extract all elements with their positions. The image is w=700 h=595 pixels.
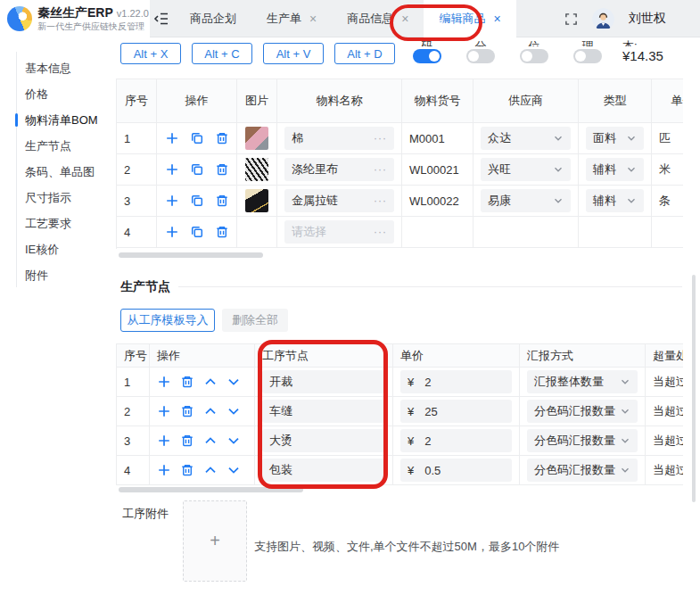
delete-row-icon[interactable] — [180, 375, 194, 389]
close-tab-icon[interactable]: × — [401, 12, 408, 25]
move-down-row-icon[interactable] — [226, 404, 241, 418]
report-mode-select[interactable]: 分色码汇报数量 — [527, 459, 638, 482]
shortcut-button-1[interactable]: Alt + X — [120, 43, 181, 64]
overage-handling-cell: 当超过 — [646, 397, 683, 426]
delete-row-icon[interactable] — [215, 225, 229, 239]
report-mode-select-value: 分色码汇报数量 — [534, 403, 615, 419]
fullscreen-icon[interactable] — [564, 12, 578, 26]
horizontal-scrollbar-thumb-process[interactable] — [119, 487, 303, 492]
report-mode-select[interactable]: 汇报整体数量 — [527, 370, 638, 393]
add-row-icon[interactable] — [157, 375, 171, 389]
ellipsis-icon[interactable]: ··· — [374, 163, 387, 176]
bom-table-body: 1棉···M0001众达面料匹2涤纶里布···WL00021兴旺辅料米3金属拉链… — [117, 123, 683, 248]
move-down-row-icon[interactable] — [226, 434, 241, 448]
material-image-cotton — [245, 127, 268, 150]
material-name-input[interactable]: 请选择··· — [284, 220, 394, 244]
close-tab-icon[interactable]: × — [309, 12, 317, 25]
copy-row-icon[interactable] — [190, 162, 204, 177]
ellipsis-icon[interactable]: ··· — [374, 226, 387, 238]
bom-row-supplier-cell: 众达 — [474, 123, 579, 154]
material-name-input[interactable]: 棉··· — [284, 127, 394, 150]
toggle-switch-3[interactable] — [520, 49, 548, 63]
move-up-row-icon[interactable] — [203, 404, 218, 418]
delete-row-icon[interactable] — [180, 463, 194, 477]
sidebar-item-ie-costing[interactable]: IE核价 — [25, 236, 114, 262]
toggle-switch-4[interactable] — [573, 49, 602, 63]
bom-column-header: 单位 — [652, 79, 683, 123]
sidebar-item-bom[interactable]: 物料清单BOM — [25, 107, 114, 133]
move-up-row-icon[interactable] — [203, 434, 218, 448]
move-up-row-icon[interactable] — [203, 463, 218, 477]
material-name-input[interactable]: 金属拉链··· — [284, 189, 394, 212]
report-mode-select[interactable]: 分色码汇报数量 — [527, 429, 638, 452]
unit-price-cell: ¥2 — [393, 426, 520, 456]
unit-price-input[interactable]: ¥0.5 — [400, 459, 512, 482]
sidebar-item-barcode-item-images[interactable]: 条码、单品图 — [25, 159, 114, 185]
tab-product-planning[interactable]: 商品企划 — [175, 0, 251, 37]
supplier-select[interactable]: 众达 — [481, 127, 571, 150]
process-node-input[interactable]: 开裁 — [262, 370, 385, 393]
delete-row-icon[interactable] — [180, 404, 194, 418]
shortcut-button-4[interactable]: Alt + D — [334, 43, 395, 64]
add-row-icon[interactable] — [165, 225, 179, 239]
report-mode-select[interactable]: 分色码汇报数量 — [527, 400, 638, 423]
sidebar-item-attachments[interactable]: 附件 — [25, 262, 114, 288]
sidebar-item-size-guide[interactable]: 尺寸指示 — [25, 185, 114, 211]
user-name[interactable]: 刘世权 — [629, 11, 666, 27]
delete-row-icon[interactable] — [215, 162, 229, 177]
sidebar-item-basic-info[interactable]: 基本信息 — [25, 55, 114, 81]
import-from-template-button[interactable]: 从工序模板导入 — [120, 309, 215, 332]
ellipsis-icon[interactable]: ··· — [374, 194, 387, 207]
delete-row-icon[interactable] — [180, 434, 194, 448]
sidebar-collapse-icon[interactable] — [153, 12, 169, 26]
move-down-row-icon[interactable] — [226, 463, 241, 477]
unit-price-input[interactable]: ¥2 — [400, 370, 512, 393]
process-node-input[interactable]: 包装 — [262, 459, 385, 482]
sidebar-item-production-node[interactable]: 生产节点 — [25, 133, 114, 159]
type-select[interactable]: 辅料 — [586, 158, 644, 181]
bom-row-index: 1 — [117, 123, 157, 154]
add-row-icon[interactable] — [157, 463, 171, 477]
sidebar-item-price[interactable]: 价格 — [25, 81, 114, 107]
ellipsis-icon[interactable]: ··· — [374, 132, 387, 145]
type-select[interactable]: 面料 — [586, 127, 644, 150]
supplier-select[interactable]: 兴旺 — [481, 158, 571, 181]
unit-price-input[interactable]: ¥2 — [400, 429, 512, 452]
bom-table-row: 4请选择··· — [117, 217, 683, 248]
tab-product-info[interactable]: 商品信息× — [332, 0, 424, 37]
copy-row-icon[interactable] — [190, 225, 204, 239]
delete-row-icon[interactable] — [215, 131, 229, 145]
move-up-row-icon[interactable] — [203, 375, 218, 389]
add-row-icon[interactable] — [165, 131, 179, 145]
bom-row-name-cell: 涤纶里布··· — [277, 154, 402, 186]
move-down-row-icon[interactable] — [226, 375, 241, 389]
tab-production-order[interactable]: 生产单× — [251, 0, 332, 37]
close-tab-icon[interactable]: × — [493, 12, 500, 25]
sidebar-item-craft-requirements[interactable]: 工艺要求 — [25, 211, 114, 236]
bom-row-code: M0001 — [402, 123, 474, 154]
supplier-select[interactable]: 易康 — [481, 189, 571, 212]
unit-price-input[interactable]: ¥25 — [400, 400, 512, 423]
toggle-switch-1[interactable] — [413, 49, 441, 63]
shortcut-button-2[interactable]: Alt + C — [192, 43, 252, 64]
add-row-icon[interactable] — [165, 194, 179, 208]
add-row-icon[interactable] — [157, 404, 171, 418]
delete-row-icon[interactable] — [215, 194, 229, 208]
material-name-input[interactable]: 涤纶里布··· — [284, 158, 394, 181]
copy-row-icon[interactable] — [190, 194, 204, 208]
horizontal-scrollbar-thumb-bom[interactable] — [119, 252, 263, 258]
process-table-row: 3大烫¥2分色码汇报数量当超过 — [117, 426, 683, 456]
process-node-input[interactable]: 大烫 — [262, 429, 385, 452]
user-avatar[interactable] — [592, 8, 614, 30]
delete-all-button[interactable]: 删除全部 — [222, 309, 288, 332]
add-row-icon[interactable] — [157, 434, 171, 448]
type-select[interactable]: 辅料 — [586, 189, 644, 212]
toggle-switch-2[interactable] — [466, 49, 495, 63]
add-row-icon[interactable] — [165, 162, 179, 177]
shortcut-button-3[interactable]: Alt + V — [263, 43, 324, 64]
upload-attachment-button[interactable]: + — [183, 500, 247, 582]
copy-row-icon[interactable] — [190, 131, 204, 145]
vertical-scrollbar-thumb[interactable] — [692, 275, 696, 502]
process-node-input[interactable]: 车缝 — [262, 400, 385, 423]
tab-edit-product[interactable]: 编辑商品× — [424, 0, 515, 37]
